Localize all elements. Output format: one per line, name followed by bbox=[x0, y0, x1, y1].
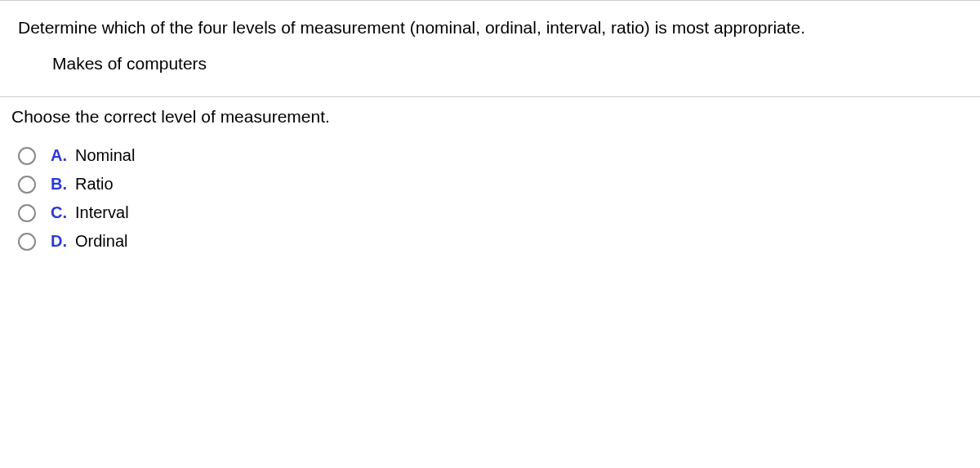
radio-icon bbox=[18, 233, 36, 251]
option-label: Ratio bbox=[75, 175, 114, 194]
radio-icon bbox=[18, 204, 36, 222]
option-label: Interval bbox=[75, 203, 129, 222]
instruction-text: Choose the correct level of measurement. bbox=[0, 97, 980, 141]
option-letter: B. bbox=[51, 175, 75, 194]
option-b[interactable]: B. Ratio bbox=[18, 170, 980, 198]
options-list: A. Nominal B. Ratio C. Interval D. Ordin… bbox=[0, 141, 980, 256]
option-letter: C. bbox=[51, 203, 75, 222]
option-label: Ordinal bbox=[75, 232, 127, 251]
option-letter: A. bbox=[51, 146, 75, 165]
radio-icon bbox=[18, 176, 36, 194]
radio-icon bbox=[18, 147, 36, 165]
question-subject: Makes of computers bbox=[18, 39, 962, 74]
question-prompt: Determine which of the four levels of me… bbox=[18, 16, 962, 39]
option-letter: D. bbox=[51, 232, 75, 251]
option-label: Nominal bbox=[75, 146, 135, 165]
question-block: Determine which of the four levels of me… bbox=[0, 1, 980, 85]
option-a[interactable]: A. Nominal bbox=[18, 141, 980, 170]
option-c[interactable]: C. Interval bbox=[18, 198, 980, 227]
option-d[interactable]: D. Ordinal bbox=[18, 227, 980, 256]
